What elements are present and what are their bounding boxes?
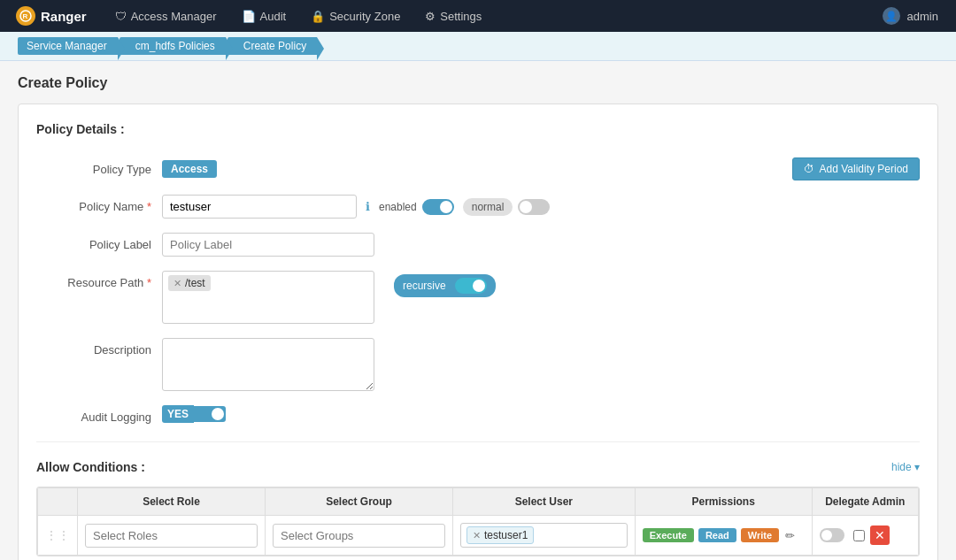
svg-text:R: R <box>23 12 28 20</box>
select-group-input[interactable] <box>273 524 445 548</box>
permissions-edit-button[interactable]: ✏ <box>783 527 797 544</box>
breadcrumb-service-manager[interactable]: Service Manager <box>18 37 118 55</box>
resource-path-controls: ✕ /test recursive <box>162 271 920 324</box>
table-row: ⋮⋮ ✕ testuser1 <box>38 516 919 556</box>
audit-logging-row: Audit Logging YES <box>36 405 920 424</box>
policy-type-row: Policy Type Access ⏱ Add Validity Period <box>36 157 920 180</box>
nav-settings[interactable]: ⚙ Settings <box>412 0 494 32</box>
description-input[interactable] <box>162 338 374 391</box>
nav-access-manager[interactable]: 🛡 Access Manager <box>103 0 229 32</box>
policy-label-controls <box>162 233 920 257</box>
security-zone-icon: 🔒 <box>311 10 325 23</box>
enabled-label: enabled <box>379 201 417 213</box>
select-user-header: Select User <box>452 488 635 516</box>
nav-security-zone[interactable]: 🔒 Security Zone <box>298 0 412 32</box>
conditions-table: Select Role Select Group Select User Per… <box>37 487 919 556</box>
policy-name-controls: ℹ enabled normal <box>162 195 920 219</box>
table-header-row: Select Role Select Group Select User Per… <box>38 488 919 516</box>
enabled-toggle[interactable] <box>422 199 454 215</box>
add-validity-period-button[interactable]: ⏱ Add Validity Period <box>792 157 921 180</box>
policy-type-controls: Access ⏱ Add Validity Period <box>162 157 920 180</box>
perm-write-badge: Write <box>741 528 779 542</box>
audit-logging-label: Audit Logging <box>36 405 151 424</box>
user-tag-testuser1: ✕ testuser1 <box>466 526 534 544</box>
description-controls <box>162 338 920 391</box>
select-group-header: Select Group <box>265 488 452 516</box>
resource-path-row: Resource Path * ✕ /test recursive <box>36 271 920 324</box>
description-label: Description <box>36 338 151 357</box>
audit-icon: 📄 <box>242 10 256 23</box>
select-role-header: Select Role <box>78 488 266 516</box>
user-tag-remove-icon[interactable]: ✕ <box>473 530 481 541</box>
brand-icon: R <box>16 6 35 26</box>
resource-path-label: Resource Path * <box>36 271 151 289</box>
resource-path-tag: ✕ /test <box>168 275 211 291</box>
section-divider <box>36 441 920 442</box>
nav-audit[interactable]: 📄 Audit <box>229 0 299 32</box>
nav-username: admin <box>907 10 938 23</box>
perm-read-badge: Read <box>698 528 736 542</box>
description-row: Description <box>36 338 920 391</box>
settings-icon: ⚙ <box>425 10 436 23</box>
policy-details-section: Policy Details : Policy Type Access ⏱ Ad… <box>36 122 920 424</box>
policy-name-info-icon[interactable]: ℹ <box>366 200 370 213</box>
policy-name-label: Policy Name * <box>36 195 151 213</box>
audit-logging-toggle[interactable] <box>194 406 226 422</box>
tag-value: /test <box>185 277 205 289</box>
select-user-container[interactable]: ✕ testuser1 <box>460 523 628 548</box>
delete-row-button[interactable]: ✕ <box>870 525 890 545</box>
normal-badge: normal <box>463 198 513 216</box>
hide-link[interactable]: hide ▾ <box>891 461 920 473</box>
delegate-admin-toggle[interactable] <box>820 528 844 542</box>
clock-icon: ⏱ <box>804 163 814 175</box>
conditions-table-wrapper: Select Role Select Group Select User Per… <box>36 487 920 556</box>
permissions-cell: Execute Read Write ✏ <box>635 516 812 556</box>
recursive-toggle[interactable] <box>455 278 487 294</box>
drag-handle[interactable]: ⋮⋮ <box>38 516 78 556</box>
select-role-cell <box>78 516 266 556</box>
nav-user-area[interactable]: 👤 admin <box>874 7 947 25</box>
user-icon: 👤 <box>883 7 900 25</box>
allow-conditions-header: Allow Conditions : hide ▾ <box>36 460 920 474</box>
policy-name-row: Policy Name * ℹ enabled <box>36 195 920 219</box>
policy-label-input[interactable] <box>162 233 374 257</box>
audit-yes-label: YES <box>162 405 194 423</box>
select-role-input[interactable] <box>85 524 258 548</box>
policy-label-row: Policy Label <box>36 233 920 257</box>
user-tag-value: testuser1 <box>484 529 528 541</box>
select-user-cell: ✕ testuser1 <box>452 516 635 556</box>
delegate-admin-cell: ✕ <box>812 516 918 556</box>
policy-type-label: Policy Type <box>36 157 151 176</box>
normal-toggle-group: normal <box>463 198 551 216</box>
select-group-cell <box>265 516 452 556</box>
brand-name: Ranger <box>41 9 87 24</box>
delegate-admin-checkbox[interactable] <box>853 530 865 541</box>
policy-name-input[interactable] <box>162 195 357 219</box>
drag-col-header <box>38 488 78 516</box>
permissions-header: Permissions <box>635 488 812 516</box>
resource-path-input[interactable]: ✕ /test <box>162 271 374 324</box>
top-navigation: R Ranger 🛡 Access Manager 📄 Audit 🔒 Secu… <box>0 0 956 32</box>
breadcrumb-create-policy[interactable]: Create Policy <box>227 37 317 55</box>
policy-type-badge: Access <box>162 160 217 178</box>
breadcrumb: Service Manager cm_hdfs Policies Create … <box>0 32 956 61</box>
policy-name-required: * <box>147 200 151 213</box>
recursive-label: recursive <box>403 280 446 292</box>
delegate-admin-header: Delegate Admin <box>812 488 918 516</box>
allow-conditions-title: Allow Conditions : <box>36 460 145 474</box>
main-content: Create Policy Policy Details : Policy Ty… <box>0 61 956 560</box>
policy-card: Policy Details : Policy Type Access ⏱ Ad… <box>18 104 938 560</box>
tag-remove-icon[interactable]: ✕ <box>173 278 181 289</box>
enabled-toggle-group: enabled <box>379 199 454 215</box>
policy-details-title: Policy Details : <box>36 122 920 142</box>
audit-logging-controls: YES <box>162 405 920 423</box>
app-brand[interactable]: R Ranger <box>9 6 94 26</box>
allow-conditions-section: Allow Conditions : hide ▾ Select Role Se… <box>36 460 920 560</box>
recursive-toggle-group: recursive <box>394 274 496 297</box>
delegate-admin-controls: ✕ <box>820 525 911 545</box>
normal-toggle[interactable] <box>518 199 550 215</box>
audit-yes-group: YES <box>162 405 226 423</box>
page-title: Create Policy <box>18 75 938 91</box>
policy-label-label: Policy Label <box>36 233 151 251</box>
breadcrumb-cm-hdfs[interactable]: cm_hdfs Policies <box>120 37 226 55</box>
